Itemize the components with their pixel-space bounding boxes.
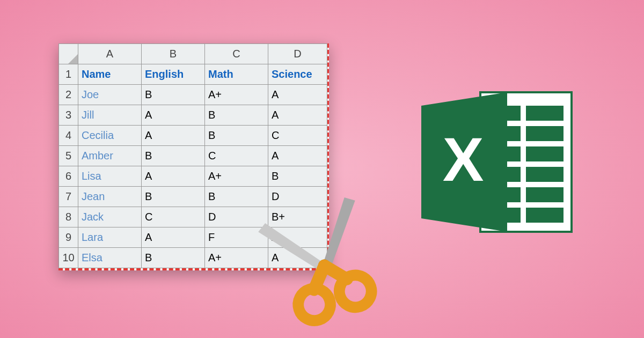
svg-marker-1 <box>306 195 372 269</box>
cell[interactable]: Jill <box>78 105 142 126</box>
select-all-corner[interactable] <box>59 44 78 64</box>
cell[interactable]: A <box>142 166 205 187</box>
cell[interactable]: C <box>142 207 205 227</box>
cell[interactable]: A <box>268 105 327 126</box>
cell[interactable]: Joe <box>78 85 142 105</box>
col-header-d[interactable]: D <box>268 44 327 64</box>
table-row: 6 Lisa A A+ B <box>59 166 327 187</box>
cell[interactable]: A+ <box>205 85 268 105</box>
cell[interactable]: English <box>142 64 205 85</box>
cell[interactable]: B <box>142 187 205 207</box>
cell[interactable]: C <box>205 146 268 166</box>
cell[interactable]: A <box>142 227 205 248</box>
cell[interactable]: A+ <box>205 166 268 187</box>
row-header[interactable]: 6 <box>59 166 78 187</box>
svg-rect-21 <box>526 208 564 223</box>
row-header[interactable]: 1 <box>59 64 78 85</box>
cell[interactable]: Jean <box>78 187 142 207</box>
cell[interactable]: Lara <box>78 227 142 248</box>
table-row: 4 Cecilia A B C <box>59 126 327 146</box>
cell[interactable]: B <box>205 187 268 207</box>
svg-text:X: X <box>443 125 484 194</box>
row-header[interactable]: 4 <box>59 126 78 146</box>
table-row: 5 Amber B C A <box>59 146 327 166</box>
row-header[interactable]: 5 <box>59 146 78 166</box>
cell[interactable]: B <box>142 146 205 166</box>
cell[interactable]: C <box>268 126 327 146</box>
svg-rect-19 <box>526 187 564 202</box>
row-header[interactable]: 7 <box>59 187 78 207</box>
cell[interactable]: A <box>142 105 205 126</box>
svg-rect-17 <box>526 167 564 182</box>
svg-rect-15 <box>526 146 564 161</box>
cell[interactable]: A <box>268 146 327 166</box>
table-row: 1 Name English Math Science <box>59 64 327 85</box>
cell[interactable]: Cecilia <box>78 126 142 146</box>
cell[interactable]: Jack <box>78 207 142 227</box>
col-header-a[interactable]: A <box>78 44 142 64</box>
cell[interactable]: B <box>268 166 327 187</box>
column-header-row: A B C D <box>59 44 327 64</box>
row-header[interactable]: 10 <box>59 248 78 268</box>
cell[interactable]: A <box>268 85 327 105</box>
cell[interactable]: Elsa <box>78 248 142 268</box>
svg-rect-11 <box>526 106 564 121</box>
cell[interactable]: A <box>142 126 205 146</box>
row-header[interactable]: 2 <box>59 85 78 105</box>
cell[interactable]: Math <box>205 64 268 85</box>
col-header-c[interactable]: C <box>205 44 268 64</box>
cell[interactable]: Lisa <box>78 166 142 187</box>
row-header[interactable]: 8 <box>59 207 78 227</box>
cell[interactable]: B <box>142 85 205 105</box>
table-row: 3 Jill A B A <box>59 105 327 126</box>
svg-marker-0 <box>68 54 78 64</box>
cell[interactable]: B <box>205 126 268 146</box>
table-row: 7 Jean B B D <box>59 187 327 207</box>
row-header[interactable]: 3 <box>59 105 78 126</box>
cell[interactable]: Science <box>268 64 327 85</box>
table-row: 2 Joe B A+ A <box>59 85 327 105</box>
cell[interactable]: Amber <box>78 146 142 166</box>
svg-rect-13 <box>526 126 564 141</box>
svg-line-8 <box>324 260 347 284</box>
col-header-b[interactable]: B <box>142 44 205 64</box>
cell[interactable]: Name <box>78 64 142 85</box>
excel-icon: X <box>416 82 582 245</box>
row-header[interactable]: 9 <box>59 227 78 248</box>
cell[interactable]: B <box>142 248 205 268</box>
cell[interactable]: B <box>205 105 268 126</box>
